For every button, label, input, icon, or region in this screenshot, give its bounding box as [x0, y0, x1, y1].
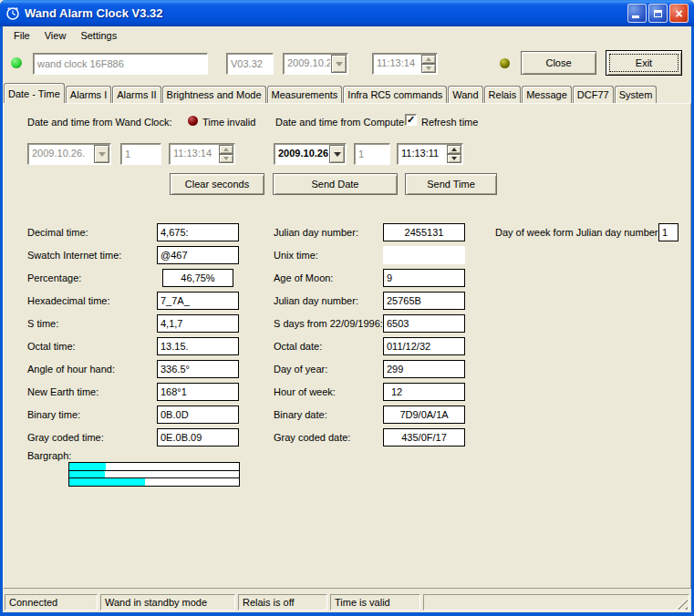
minimize-icon	[632, 15, 639, 18]
refresh-time-checkbox[interactable]: ✓	[405, 114, 417, 126]
tab-relais[interactable]: Relais	[484, 86, 522, 103]
new-earth-time-label: New Earth time:	[27, 385, 98, 398]
wand-time-value: 11:13:14	[170, 144, 218, 164]
julian-day-number-hex-field[interactable]	[383, 292, 465, 310]
computer-date-combo[interactable]: 2009.10.26.	[274, 143, 347, 165]
wand-day-field[interactable]	[120, 143, 161, 165]
s-time-label: S time:	[27, 317, 58, 330]
bargraph	[68, 462, 240, 487]
octal-date-field[interactable]	[383, 337, 465, 355]
minimize-button[interactable]	[627, 4, 647, 23]
toolbar-time-spinner[interactable]: 11:13:14	[372, 53, 438, 75]
tab-infra-rc5-commands[interactable]: Infra RC5 commands	[343, 86, 447, 103]
tab-wand[interactable]: Wand	[448, 86, 482, 103]
gray-coded-date-label: Gray coded date:	[274, 431, 350, 444]
firmware-version-field[interactable]	[226, 53, 274, 75]
gray-coded-time-field[interactable]	[157, 428, 239, 447]
gray-coded-time-label: Gray coded time:	[27, 431, 104, 444]
toolbar-time-value: 11:13:14	[373, 54, 420, 74]
connection-led	[11, 57, 22, 68]
close-window-button[interactable]: ×	[669, 4, 689, 23]
binary-time-field[interactable]	[157, 406, 239, 424]
exit-button[interactable]: Exit	[606, 50, 682, 76]
percentage-label: Percentage:	[27, 272, 81, 284]
spin-down-icon[interactable]	[447, 154, 461, 163]
binary-date-field[interactable]	[383, 406, 465, 424]
day-of-week-julian-label: Day of week form Julian day number:	[495, 226, 661, 239]
swatch-internet-time-field[interactable]	[157, 246, 239, 264]
day-of-week-julian-field[interactable]	[658, 223, 678, 241]
close-button-label: Close	[545, 57, 571, 68]
toolbar-date-combo[interactable]: 2009.10.26.	[283, 53, 348, 75]
tab-date-time[interactable]: Date - Time	[4, 83, 65, 103]
device-name-field[interactable]	[33, 53, 208, 75]
clear-seconds-button[interactable]: Clear seconds	[170, 173, 264, 195]
activity-led	[500, 58, 510, 68]
close-button[interactable]: Close	[521, 51, 596, 75]
tab-strip: Date - Time Alarms I Alarms II Brightnes…	[4, 83, 690, 103]
julian-day-number-field[interactable]	[383, 223, 465, 241]
spin-down-icon[interactable]	[421, 64, 436, 73]
s-days-field[interactable]	[383, 314, 465, 333]
tab-alarms-2[interactable]: Alarms II	[112, 86, 161, 103]
bargraph-bar	[69, 471, 105, 478]
julian-day-number-hex-label: Julian day number:	[274, 294, 358, 307]
spin-up-icon[interactable]	[447, 145, 461, 154]
hexadecimal-time-label: Hexadecimal time:	[27, 294, 109, 307]
decimal-time-label: Decimal time:	[27, 226, 88, 239]
julian-day-number-label: Julian day number:	[274, 226, 358, 239]
bargraph-row	[69, 463, 239, 471]
day-of-year-label: Day of year:	[274, 363, 327, 375]
menu-view[interactable]: View	[37, 28, 74, 43]
wand-time-spinner[interactable]: 11:13:14	[169, 143, 235, 165]
menu-file[interactable]: File	[6, 28, 37, 43]
hour-of-week-label: Hour of week:	[274, 385, 336, 398]
send-date-button[interactable]: Send Date	[273, 173, 398, 195]
dropdown-arrow-icon[interactable]	[329, 145, 345, 163]
time-invalid-label: Time invalid	[202, 116, 255, 128]
s-time-field[interactable]	[157, 314, 239, 333]
tab-message[interactable]: Message	[522, 86, 572, 103]
percentage-field[interactable]	[162, 269, 233, 287]
tab-measurements[interactable]: Measurements	[267, 86, 343, 103]
binary-date-label: Binary date:	[274, 408, 327, 421]
dropdown-arrow-icon[interactable]	[331, 55, 347, 73]
wand-date-combo[interactable]: 2009.10.26.	[27, 143, 111, 165]
day-of-year-field[interactable]	[383, 360, 465, 378]
close-icon: ×	[675, 7, 682, 20]
menu-settings[interactable]: Settings	[73, 28, 124, 43]
menu-bar: File View Settings	[3, 26, 691, 44]
unix-time-field[interactable]	[383, 246, 465, 264]
hour-of-week-field[interactable]	[383, 383, 465, 401]
send-time-button[interactable]: Send Time	[405, 173, 497, 195]
s-days-label: S days from 22/09/1996:	[274, 317, 383, 330]
computer-section-label: Date and time from Computer:	[275, 116, 410, 128]
unix-time-label: Unix time:	[274, 249, 318, 262]
wand-clock-section-label: Date and time from Wand Clock:	[27, 116, 172, 128]
titlebar[interactable]: Wand Alarm Clock V3.32 ×	[0, 0, 694, 26]
tab-brightness-and-mode[interactable]: Brightness and Mode	[162, 86, 266, 103]
computer-time-spinner[interactable]: 11:13:11	[397, 143, 463, 165]
spin-down-icon[interactable]	[219, 154, 233, 163]
spin-up-icon[interactable]	[421, 55, 436, 64]
computer-day-field[interactable]	[354, 143, 390, 165]
tab-alarms-1[interactable]: Alarms I	[66, 86, 111, 103]
angle-of-hour-hand-field[interactable]	[157, 360, 239, 378]
dropdown-arrow-icon[interactable]	[94, 145, 109, 163]
status-bar: Connected Wand in standby mode Relais is…	[3, 592, 691, 612]
maximize-button[interactable]	[648, 4, 668, 23]
gray-coded-date-field[interactable]	[383, 428, 465, 447]
status-extra	[423, 594, 689, 611]
time-invalid-led	[188, 116, 198, 126]
age-of-moon-field[interactable]	[383, 269, 465, 287]
bargraph-row	[69, 471, 239, 479]
bargraph-label: Bargraph:	[27, 449, 71, 462]
tab-system[interactable]: System	[615, 86, 658, 103]
hexadecimal-time-field[interactable]	[157, 292, 239, 310]
octal-time-field[interactable]	[157, 337, 239, 355]
decimal-time-field[interactable]	[157, 223, 239, 241]
new-earth-time-field[interactable]	[157, 383, 239, 401]
bargraph-row	[69, 478, 239, 486]
tab-dcf77[interactable]: DCF77	[573, 86, 614, 103]
spin-up-icon[interactable]	[219, 145, 233, 154]
